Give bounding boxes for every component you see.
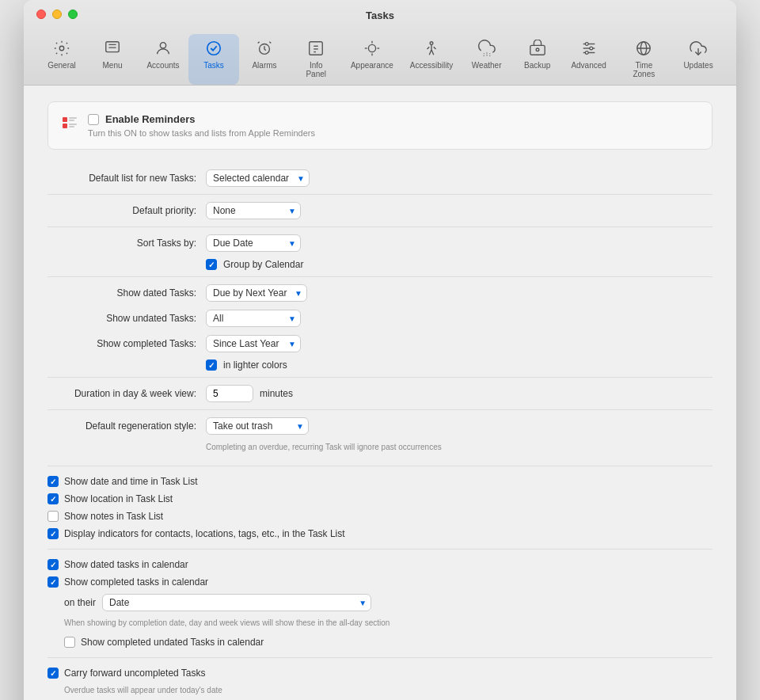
svg-point-16: [430, 42, 433, 45]
toolbar-label-updates: Updates: [683, 61, 712, 70]
display-indicators-label: Display indicators for contacts, locatio…: [64, 528, 345, 539]
reminder-desc: Turn this ON to show tasks and lists fro…: [88, 128, 699, 138]
svg-rect-7: [310, 42, 323, 55]
show-completed-select[interactable]: Since Last Year: [206, 335, 301, 352]
default-priority-select[interactable]: None: [206, 202, 301, 219]
svg-rect-17: [530, 45, 544, 55]
divider-4: [48, 377, 712, 378]
svg-rect-29: [63, 117, 67, 122]
display-indicators-row[interactable]: Display indicators for contacts, locatio…: [48, 525, 712, 542]
toolbar-item-weather[interactable]: Weather: [462, 34, 512, 85]
toolbar-label-infopanel: Info Panel: [299, 61, 332, 78]
duration-input[interactable]: [206, 385, 253, 402]
default-list-select-wrapper: Selected calendar ▼: [206, 169, 310, 187]
show-date-time-row[interactable]: Show date and time in Task List: [48, 473, 712, 490]
show-dated-cal-label: Show dated tasks in calendar: [64, 559, 188, 570]
group-by-calendar-checkbox[interactable]: [206, 259, 217, 270]
group-by-calendar-row: Group by Calendar: [206, 256, 712, 273]
lighter-colors-label: in lighter colors: [223, 360, 287, 371]
show-completed-undated-row[interactable]: Show completed undated Tasks in calendar: [64, 633, 712, 651]
show-location-label: Show location in Task List: [64, 493, 173, 504]
advanced-icon: [580, 39, 598, 58]
toolbar-item-backup[interactable]: Backup: [512, 34, 563, 85]
divider-1: [48, 194, 712, 195]
svg-point-18: [536, 48, 539, 51]
lighter-colors-row: in lighter colors: [206, 356, 712, 374]
sort-tasks-select[interactable]: Due Date: [206, 234, 301, 252]
carry-forward-checkbox[interactable]: [48, 668, 59, 679]
show-location-row[interactable]: Show location in Task List: [48, 490, 712, 508]
show-dated-select[interactable]: Due by Next Year: [206, 284, 307, 302]
appearance-icon: [363, 39, 382, 58]
toolbar-label-timezones: Time Zones: [625, 61, 663, 78]
calendar-checkboxes-section: Show dated tasks in calendar Show comple…: [48, 556, 712, 651]
show-notes-label: Show notes in Task List: [64, 511, 163, 522]
show-completed-cal-checkbox[interactable]: [48, 576, 59, 588]
maximize-button[interactable]: [68, 10, 78, 19]
toolbar-item-menu[interactable]: Menu: [87, 34, 138, 85]
toolbar-item-updates[interactable]: Updates: [673, 34, 724, 85]
display-indicators-checkbox[interactable]: [48, 528, 59, 539]
toolbar-item-advanced[interactable]: Advanced: [563, 34, 615, 85]
reminder-list-icon: [61, 116, 78, 136]
show-completed-cal-row[interactable]: Show completed tasks in calendar: [48, 573, 712, 591]
toolbar-item-general[interactable]: General: [36, 34, 87, 85]
regen-select[interactable]: Take out trash: [206, 417, 309, 435]
lighter-colors-checkbox[interactable]: [206, 360, 217, 371]
toolbar-label-alarms: Alarms: [252, 61, 276, 70]
toolbar-item-accounts[interactable]: Accounts: [138, 34, 188, 85]
svg-point-22: [585, 43, 588, 46]
show-undated-label: Show undated Tasks:: [48, 307, 206, 329]
toolbar-label-accounts: Accounts: [146, 61, 179, 70]
minimize-button[interactable]: [52, 10, 62, 19]
toolbar-item-accessibility[interactable]: Accessibility: [401, 34, 461, 85]
info-icon: [306, 39, 325, 58]
checkboxes-section: Show date and time in Task List Show loc…: [48, 473, 712, 542]
show-completed-undated-label: Show completed undated Tasks in calendar: [81, 637, 264, 648]
show-completed-cal-label: Show completed tasks in calendar: [64, 576, 208, 588]
divider-2: [48, 226, 712, 227]
svg-point-5: [207, 42, 221, 55]
enable-reminders-checkbox[interactable]: [88, 114, 99, 125]
on-their-select[interactable]: Date: [102, 594, 371, 611]
duration-control: minutes: [206, 381, 712, 406]
svg-rect-32: [69, 120, 74, 121]
toolbar-item-timezones[interactable]: Time Zones: [615, 34, 673, 85]
alarm-icon: [255, 39, 274, 58]
sort-tasks-control: Due Date ▼: [206, 230, 712, 256]
toolbar-item-alarms[interactable]: Alarms: [239, 34, 290, 85]
default-list-label: Default list for new Tasks:: [48, 167, 206, 189]
divider-3: [48, 276, 712, 277]
toolbar-item-appearance[interactable]: Appearance: [342, 34, 401, 85]
show-dated-label: Show dated Tasks:: [48, 282, 206, 304]
on-their-select-wrapper: Date ▼: [102, 594, 371, 611]
window-title: Tasks: [36, 10, 724, 28]
show-notes-row[interactable]: Show notes in Task List: [48, 508, 712, 525]
toolbar-label-tasks: Tasks: [203, 61, 224, 70]
show-date-time-checkbox[interactable]: [48, 476, 59, 487]
show-dated-cal-checkbox[interactable]: [48, 559, 59, 570]
toolbar-label-appearance: Appearance: [351, 61, 393, 70]
close-button[interactable]: [36, 10, 46, 19]
group-by-calendar-label: Group by Calendar: [223, 259, 303, 270]
on-their-label: on their: [64, 597, 96, 608]
regen-hint: Completing an overdue, recurring Task wi…: [206, 443, 442, 451]
carry-forward-row[interactable]: Carry forward uncompleted Tasks: [48, 664, 712, 682]
tasks-icon: [204, 39, 223, 58]
show-undated-select-wrapper: All ▼: [206, 310, 301, 327]
show-undated-select[interactable]: All: [206, 310, 301, 327]
show-notes-checkbox[interactable]: [48, 511, 59, 522]
toolbar-item-infopanel[interactable]: Info Panel: [290, 34, 342, 85]
reminder-header: Enable Reminders: [88, 113, 699, 125]
toolbar-label-accessibility: Accessibility: [410, 61, 453, 70]
show-dated-cal-row[interactable]: Show dated tasks in calendar: [48, 556, 712, 573]
person-icon: [154, 39, 173, 58]
show-dated-control: Due by Next Year ▼: [206, 280, 712, 306]
reminder-content: Enable Reminders Turn this ON to show ta…: [88, 113, 699, 138]
regen-select-wrapper: Take out trash ▼: [206, 417, 309, 435]
show-completed-undated-checkbox[interactable]: [64, 637, 75, 648]
toolbar-item-tasks[interactable]: Tasks: [188, 34, 239, 85]
svg-point-11: [368, 44, 375, 51]
default-list-select[interactable]: Selected calendar: [206, 169, 310, 187]
show-location-checkbox[interactable]: [48, 493, 59, 504]
